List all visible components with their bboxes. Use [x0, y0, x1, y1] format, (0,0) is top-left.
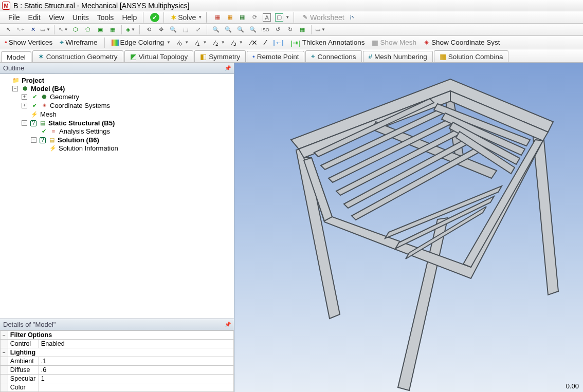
zoom-box-icon[interactable]: ⬚ — [180, 25, 191, 34]
outline-title-bar[interactable]: Outline 📌 — [0, 63, 234, 74]
details-title-bar[interactable]: Details of "Model" 📌 — [0, 319, 234, 330]
tree-toggle[interactable]: + — [22, 103, 27, 108]
pick-vertex-icon[interactable]: ⬡ — [70, 25, 81, 34]
view-manage-icon[interactable]: ▦ — [297, 25, 307, 34]
pick-edge-icon[interactable]: ⬠ — [83, 25, 93, 34]
toolbar-icon[interactable]: ▦ — [236, 12, 248, 23]
view-next-icon[interactable]: ↻ — [285, 25, 295, 34]
label: Edge Coloring — [120, 39, 165, 46]
tree-model[interactable]: Model (B4) — [31, 85, 65, 92]
tree-solution[interactable]: Solution (B6) — [58, 136, 99, 144]
edge-style-0[interactable]: ⁄₀ ▼ — [175, 38, 191, 48]
rotate-icon[interactable]: ⟲ — [143, 25, 154, 34]
tab-mesh-numbering[interactable]: #Mesh Numbering — [363, 51, 433, 62]
menu-file[interactable]: File — [4, 12, 24, 23]
menu-view[interactable]: View — [45, 12, 68, 23]
info-pointer-icon[interactable]: i↖ — [347, 12, 359, 23]
edge-thick-icon[interactable]: |←| — [270, 38, 286, 47]
tab-solution-combination[interactable]: ▦Solution Combina — [434, 50, 509, 62]
model-render — [234, 63, 583, 391]
show-coord-systems-button[interactable]: ✴Show Coordinate Syst — [421, 38, 503, 48]
tree-analysis[interactable]: Analysis Settings — [59, 127, 110, 135]
tree-toggle[interactable]: − — [31, 137, 37, 143]
solve-button[interactable]: ✶Solve▼ — [169, 12, 204, 23]
show-mesh-button[interactable]: ▦Show Mesh — [369, 38, 419, 48]
main-area: Outline 📌 📁 Project − ⬢ — [0, 63, 583, 392]
look-at-icon[interactable]: 🔍 — [211, 25, 221, 34]
thicken-annotations-button[interactable]: |⇥|Thicken Annotations — [288, 38, 368, 48]
prop-specular-key: Specular — [8, 375, 39, 383]
spacer — [1, 357, 8, 366]
outline-tree[interactable]: 📁 Project − ⬢ Model (B4) — [0, 74, 234, 319]
cursor-add-icon[interactable]: ↖+ — [15, 25, 26, 34]
iso-view-icon[interactable]: ISO — [260, 25, 270, 34]
prop-diffuse-value[interactable]: .6 — [39, 366, 233, 375]
spacer — [1, 340, 8, 348]
toolbar-selection: ↖ ↖+ ✕ ▭▼ ↖▼ ⬡ ⬠ ▣ ▦ ◈▼ ⟲ ✥ 🔍 ⬚ ⤢ 🔍 🔍 🔍 … — [0, 24, 583, 36]
zoom-icon[interactable]: 🔍 — [168, 25, 178, 34]
group-toggle[interactable]: − — [1, 331, 8, 340]
separator — [206, 12, 209, 23]
tree-mesh[interactable]: Mesh — [40, 110, 57, 118]
worksheet-button[interactable]: ✎Worksheet — [299, 12, 347, 23]
toolbar-icon[interactable]: ▢▼ — [273, 12, 292, 23]
tree-geometry[interactable]: Geometry — [50, 93, 79, 101]
tab-remote-point[interactable]: •Remote Point — [247, 51, 305, 62]
tab-model[interactable]: Model — [1, 51, 31, 63]
prop-specular-value[interactable]: 1 — [39, 375, 233, 383]
prev-view-icon[interactable]: 🔍 — [223, 25, 233, 34]
tab-connections[interactable]: ⌖Connections — [305, 50, 361, 62]
zoom-fit-icon[interactable]: ⤢ — [193, 25, 203, 34]
axis-icon[interactable]: ✕ — [28, 25, 38, 34]
prop-color-value[interactable] — [39, 383, 233, 392]
viewport-layout-icon[interactable]: ▭▼ — [315, 25, 325, 34]
edge-style-hide[interactable]: ⁄✕ — [248, 38, 260, 48]
edge-coloring-button[interactable]: Edge Coloring▼ — [109, 38, 173, 47]
menu-edit[interactable]: Edit — [24, 12, 45, 23]
toolbar-icon[interactable]: ▦ — [211, 12, 224, 23]
edge-style-1[interactable]: ⁄₁ ▼ — [193, 38, 209, 48]
pan-icon[interactable]: ✥ — [156, 25, 166, 34]
tree-solinfo[interactable]: Solution Information — [59, 144, 118, 152]
edge-style-3[interactable]: ⁄₃ ▼ — [230, 38, 246, 48]
prop-ambient-value[interactable]: .1 — [39, 357, 233, 366]
menu-help[interactable]: Help — [118, 12, 141, 23]
pin-icon[interactable]: 📌 — [225, 65, 231, 71]
tree-toggle[interactable]: + — [22, 94, 27, 100]
details-grid[interactable]: − Filter Options Control Enabled − Light… — [0, 330, 234, 392]
tab-symmetry[interactable]: ◧Symmetry — [194, 50, 246, 62]
pin-icon[interactable]: 📌 — [225, 322, 231, 327]
separator — [311, 25, 312, 34]
graphics-viewport[interactable]: 0.00 — [234, 63, 583, 392]
title-bar: M B : Static Structural - Mechanical [AN… — [0, 0, 583, 11]
cursor-icon[interactable]: ↖ — [3, 25, 13, 34]
select-box-icon[interactable]: ▭▼ — [40, 25, 50, 34]
wireframe-button[interactable]: ⌖Wireframe — [57, 38, 100, 48]
svg-marker-2 — [533, 129, 558, 295]
prop-control-value[interactable]: Enabled — [39, 340, 233, 348]
toolbar-icon[interactable]: ⟳ — [248, 12, 261, 23]
tab-virtual-topology[interactable]: ◩Virtual Topology — [124, 50, 194, 62]
pick-icon[interactable]: ↖▼ — [58, 25, 68, 34]
toolbar-text-icon[interactable]: A — [261, 12, 273, 23]
menu-tools[interactable]: Tools — [93, 12, 118, 23]
show-vertices-button[interactable]: •Show Vertices — [2, 38, 55, 47]
tree-toggle[interactable]: − — [22, 120, 27, 126]
pick-mode-icon[interactable]: ◈▼ — [125, 25, 136, 34]
menu-units[interactable]: Units — [68, 12, 93, 23]
zoom-selected-icon[interactable]: 🔍 — [235, 25, 246, 34]
view-prev-icon[interactable]: ↺ — [272, 25, 283, 34]
tree-coord[interactable]: Coordinate Systems — [50, 102, 110, 109]
pick-body-icon[interactable]: ▦ — [107, 25, 118, 34]
edge-style-2[interactable]: ⁄₂ ▼ — [211, 38, 227, 48]
toolbar-icon[interactable]: ▦ — [224, 12, 236, 23]
group-toggle[interactable]: − — [1, 348, 8, 357]
display-options-bar: •Show Vertices ⌖Wireframe Edge Coloring▼… — [0, 36, 583, 49]
edge-style-bold[interactable]: ⁄ — [262, 38, 268, 47]
tree-static[interactable]: Static Structural (B5) — [48, 119, 115, 127]
tab-construction-geometry[interactable]: ✶Construction Geometry — [32, 50, 123, 62]
tree-project[interactable]: Project — [22, 77, 44, 84]
pick-face-icon[interactable]: ▣ — [95, 25, 105, 34]
next-view-icon[interactable]: 🔍 — [248, 25, 258, 34]
tree-toggle[interactable]: − — [12, 86, 18, 91]
